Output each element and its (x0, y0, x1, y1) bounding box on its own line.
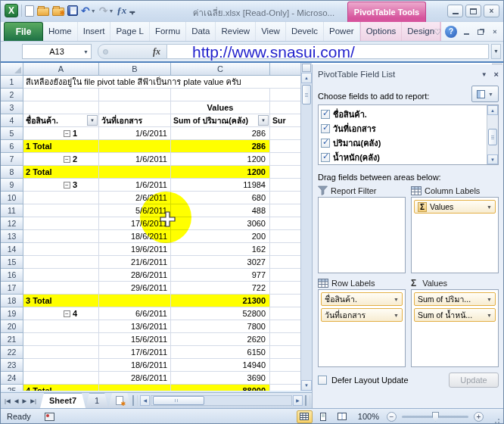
item-cell[interactable]: − (23, 192, 99, 204)
ribbon-tab[interactable]: Develc (286, 22, 324, 41)
row-header[interactable]: 22 (1, 346, 23, 359)
new-workbook-icon[interactable] (25, 4, 34, 17)
row-header[interactable]: 5 (1, 127, 23, 140)
cell[interactable] (270, 372, 300, 385)
cell[interactable] (270, 295, 300, 307)
select-all-corner[interactable] (1, 63, 23, 76)
date-cell[interactable]: 2/6/2011 (99, 192, 171, 204)
date-cell[interactable]: 21/6/2011 (99, 256, 171, 269)
restore-button[interactable] (465, 5, 481, 17)
item-cell[interactable]: − (23, 204, 99, 217)
pill-dropdown-icon[interactable]: ▼ (391, 297, 399, 302)
pill-dropdown-icon[interactable]: ▼ (391, 313, 399, 318)
date-cell[interactable]: 17/6/2011 (99, 346, 171, 359)
note-cell[interactable]: สีเหลืองยังอยู่ใน file pivot table สีฟ้า… (23, 76, 300, 89)
values-header-cell[interactable]: Values (171, 101, 270, 114)
ribbon-tab[interactable]: Page L (110, 22, 149, 41)
date-cell[interactable]: 15/6/2011 (99, 333, 171, 346)
report-filter-area[interactable] (318, 197, 406, 273)
next-sheet-icon[interactable]: ▶ (21, 396, 29, 406)
scrollbar-track[interactable] (487, 145, 498, 154)
qty-cell[interactable]: 1200 (171, 166, 270, 179)
qty-cell[interactable]: 21300 (171, 295, 270, 307)
cell[interactable] (270, 346, 300, 359)
column-labels-area[interactable]: ΣValues▼ (411, 197, 499, 273)
row-header[interactable]: 6 (1, 140, 23, 153)
date-cell[interactable]: 1/6/2011 (99, 153, 171, 166)
qty-cell[interactable]: 2620 (171, 333, 270, 346)
insert-worksheet-tab[interactable] (108, 393, 131, 408)
row-header[interactable]: 13 (1, 230, 23, 243)
qty-cell[interactable]: 200 (171, 230, 270, 243)
vertical-scrollbar[interactable]: ▲ ▼ (300, 63, 312, 391)
scroll-up-icon[interactable]: ▲ (487, 105, 498, 115)
field-pill[interactable]: ΣValues▼ (414, 200, 496, 214)
row-header[interactable]: 3 (1, 101, 23, 114)
workbook-restore-icon[interactable] (475, 27, 486, 37)
row-header[interactable]: 11 (1, 204, 23, 217)
close-button[interactable]: × (484, 5, 499, 17)
page-break-preview-button[interactable] (334, 410, 350, 423)
zoom-slider-thumb[interactable] (432, 412, 439, 422)
help-icon[interactable]: ? (445, 26, 457, 38)
date-cell[interactable] (99, 295, 171, 307)
cell[interactable] (270, 204, 300, 217)
scroll-left-icon[interactable]: ◀ (140, 395, 150, 406)
item-cell[interactable]: − (23, 333, 99, 346)
zoom-in-icon[interactable]: + (474, 412, 484, 422)
date-cell[interactable]: 5/6/2011 (99, 204, 171, 217)
redo-icon[interactable]: ↷▼ (99, 4, 114, 17)
save-icon[interactable] (67, 4, 78, 17)
item-cell[interactable]: − (23, 269, 99, 282)
open-folder-icon[interactable] (37, 4, 49, 17)
qty-cell[interactable]: 286 (171, 140, 270, 153)
item-cell[interactable]: − (23, 282, 99, 295)
row-header[interactable]: 12 (1, 217, 23, 230)
qty-cell[interactable]: 488 (171, 204, 270, 217)
qty-cell[interactable]: 977 (171, 269, 270, 282)
open-folder-image-icon[interactable]: ✱ (52, 4, 64, 17)
cell[interactable] (270, 359, 300, 372)
prev-sheet-icon[interactable]: ◀ (13, 396, 20, 406)
item-cell[interactable]: 3 Total− (23, 295, 99, 307)
qty-cell[interactable]: 286 (171, 127, 270, 140)
row-header[interactable]: 20 (1, 320, 23, 333)
pivot-header-sum-weight[interactable]: Sur (270, 114, 300, 127)
date-cell[interactable]: 18/6/2011 (99, 359, 171, 372)
tab-splitter[interactable] (132, 395, 138, 406)
field-pill[interactable]: ชื่อสินค้า.▼ (321, 292, 403, 306)
date-cell[interactable]: 6/6/2011 (99, 307, 171, 320)
scroll-up-icon[interactable]: ▲ (301, 73, 312, 83)
qty-cell[interactable]: 3690 (171, 372, 270, 385)
row-header[interactable]: 4 (1, 114, 23, 127)
qty-cell[interactable]: 11984 (171, 179, 270, 192)
workbook-minimize-icon[interactable] (461, 27, 471, 37)
defer-layout-checkbox[interactable] (318, 376, 327, 385)
item-cell[interactable]: 4 Total− (23, 385, 99, 391)
field-item[interactable]: ชื่อสินค้า. (321, 107, 487, 121)
name-box[interactable]: A13▼ (22, 44, 92, 59)
qty-cell[interactable]: 6150 (171, 346, 270, 359)
row-header[interactable]: 8 (1, 166, 23, 179)
qty-cell[interactable]: 88000 (171, 385, 270, 391)
filter-dropdown-icon[interactable]: ▼ (258, 115, 269, 126)
field-list-scrollbar[interactable]: ▲ ▼ (487, 105, 498, 164)
ribbon-tab[interactable]: View (256, 22, 286, 41)
date-cell[interactable]: 28/6/2011 (99, 372, 171, 385)
item-cell[interactable]: −3 (23, 179, 99, 192)
ribbon-context-tab[interactable]: Options (361, 22, 403, 41)
field-checkbox[interactable] (321, 153, 330, 162)
workbook-close-icon[interactable]: × (490, 27, 500, 37)
scroll-down-icon[interactable]: ▼ (487, 154, 498, 164)
normal-view-button[interactable] (297, 410, 313, 423)
column-header-d[interactable] (270, 63, 300, 76)
row-header[interactable]: 15 (1, 256, 23, 269)
date-cell[interactable] (99, 166, 171, 179)
collapse-icon[interactable]: − (64, 310, 70, 317)
pivot-header-product[interactable]: ชื่อสินค้า.▼ (23, 114, 99, 127)
field-item[interactable]: น้ำหนัก(คลัง) (321, 150, 487, 164)
ribbon-tab[interactable]: Formu (150, 22, 186, 41)
row-header[interactable]: 24 (1, 372, 23, 385)
qty-cell[interactable]: 3060 (171, 217, 270, 230)
item-cell[interactable]: −4 (23, 307, 99, 320)
